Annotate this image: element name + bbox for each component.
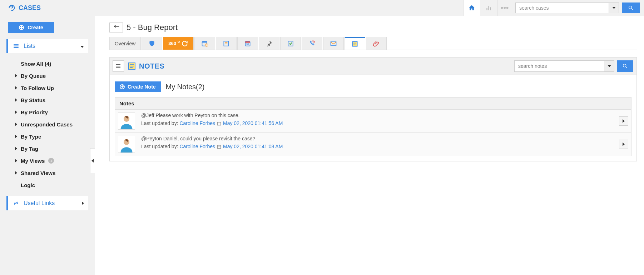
search-cases-button[interactable] (622, 2, 640, 13)
search-icon (622, 63, 628, 69)
sidebar-item-label: To Follow Up (21, 85, 54, 91)
create-note-button[interactable]: Create Note (115, 81, 161, 92)
sidebar-item-label: By Status (21, 97, 45, 103)
sidebar-item[interactable]: My Views+ (14, 155, 88, 167)
note-meta: Last updated by: Caroline ForbesMay 02, … (141, 120, 613, 126)
svg-rect-2 (488, 6, 489, 10)
avatar (118, 136, 135, 153)
chevron-down-icon (80, 43, 84, 49)
calendar-clock-icon (201, 40, 208, 47)
notes-header-title: NOTES (139, 62, 164, 70)
notes-body: Create Note My Notes(2) Notes @Jeff Plea… (109, 75, 637, 161)
chevron-down-icon (612, 7, 616, 9)
note-text: @Peyton Daniel, could you please revisit… (141, 136, 613, 141)
svg-point-4 (629, 6, 632, 9)
back-button[interactable] (109, 22, 123, 32)
sidebar-item[interactable]: Show All (4) (14, 58, 88, 70)
note-timestamp-link[interactable]: May 02, 2020 01:41:56 AM (223, 120, 283, 126)
sidebar-item[interactable]: By Queue (14, 70, 88, 82)
svg-rect-8 (14, 47, 19, 48)
link-icon (12, 200, 20, 206)
more-menu[interactable]: ••• (497, 0, 512, 16)
sidebar-item[interactable]: By Priority (14, 106, 88, 118)
chevron-right-icon (14, 110, 18, 114)
svg-rect-1 (486, 8, 487, 10)
home-button[interactable] (463, 0, 480, 16)
chevron-left-icon (91, 159, 94, 162)
sidebar-item[interactable]: By Status (14, 94, 88, 106)
note-meta: Last updated by: Caroline ForbesMay 02, … (141, 144, 613, 149)
brand[interactable]: CASES (0, 4, 47, 12)
notes-header: NOTES (109, 57, 637, 75)
svg-point-0 (11, 10, 13, 11)
tab-check[interactable] (280, 37, 301, 50)
tab-calendar[interactable]: 31 (237, 37, 258, 50)
search-filter-dropdown[interactable] (609, 3, 619, 13)
note-timestamp-link[interactable]: May 02, 2020 01:41:08 AM (223, 144, 283, 149)
tab-phone[interactable] (302, 37, 322, 50)
sidebar-item-label: Logic (21, 182, 35, 188)
sidebar-item[interactable]: Shared Views (14, 167, 88, 179)
lastby-label: Last updated by: (141, 120, 179, 126)
notes-icon (128, 62, 136, 70)
sidebar-item[interactable]: To Follow Up (14, 82, 88, 94)
tab-pin[interactable] (259, 37, 279, 50)
tab-360[interactable]: 360o (163, 37, 194, 50)
tab-calendar-schedule[interactable] (194, 37, 215, 50)
back-arrow-icon (113, 25, 120, 30)
phone-icon (308, 40, 316, 47)
note-expand-button[interactable] (619, 140, 628, 149)
brand-title: CASES (19, 4, 41, 12)
note-author-link[interactable]: Caroline Forbes (179, 120, 215, 126)
create-label: Create (28, 25, 43, 30)
notes-menu-button[interactable] (113, 60, 124, 72)
search-notes-button[interactable] (617, 60, 633, 72)
check-box-icon (287, 40, 294, 47)
lists-label: Lists (24, 43, 35, 49)
sidebar-list: Show All (4)By QueueTo Follow UpBy Statu… (6, 55, 88, 196)
chevron-right-icon (14, 135, 18, 138)
svg-rect-7 (14, 46, 19, 46)
sidebar-item[interactable]: Logic (14, 179, 88, 191)
create-note-label: Create Note (128, 84, 156, 90)
ellipsis-icon: ••• (500, 3, 509, 12)
sidebar-item-label: By Priority (21, 109, 48, 115)
sidebar-item[interactable]: By Tag (14, 142, 88, 155)
sidebar-item[interactable]: By Type (14, 130, 88, 142)
tab-attachment[interactable] (366, 37, 387, 50)
tab-note-small[interactable] (216, 37, 237, 50)
sidebar-collapse-handle[interactable] (90, 148, 95, 173)
chevron-right-icon (14, 98, 18, 102)
useful-links-panel[interactable]: Useful Links (6, 196, 88, 210)
pin-icon (266, 40, 273, 47)
tab-overview-label: Overview (115, 41, 135, 46)
create-button[interactable]: Create (8, 22, 54, 33)
chevron-right-icon (14, 122, 18, 126)
chevron-right-icon (14, 147, 18, 150)
hamburger-icon (115, 63, 122, 69)
add-view-button[interactable]: + (48, 158, 54, 164)
note-author-link[interactable]: Caroline Forbes (179, 144, 215, 149)
tab-overview[interactable]: Overview (109, 37, 141, 50)
stats-button[interactable] (480, 0, 497, 16)
search-cases-input[interactable] (516, 3, 609, 13)
svg-point-31 (623, 64, 626, 67)
bar-chart-icon (485, 4, 492, 11)
note-expand-button[interactable] (619, 116, 628, 126)
paperclip-icon (373, 40, 380, 47)
useful-links-label: Useful Links (24, 200, 55, 206)
refresh-icon (181, 40, 188, 47)
lists-panel[interactable]: Lists (6, 39, 88, 53)
chevron-right-icon (82, 200, 84, 206)
tab-mail[interactable] (323, 37, 344, 50)
question-circle-icon (8, 4, 16, 12)
sidebar: Create Lists Show All (4)By QueueTo Foll… (0, 16, 95, 275)
grid-icon (12, 43, 20, 49)
notes-search-dropdown[interactable] (604, 61, 614, 71)
search-notes-input[interactable] (515, 61, 604, 71)
chevron-right-icon (14, 74, 18, 78)
tab-shield[interactable] (142, 37, 162, 50)
sidebar-item-label: By Tag (21, 146, 38, 152)
sidebar-item[interactable]: Unresponded Cases (14, 118, 88, 130)
tab-notes[interactable] (345, 37, 365, 50)
